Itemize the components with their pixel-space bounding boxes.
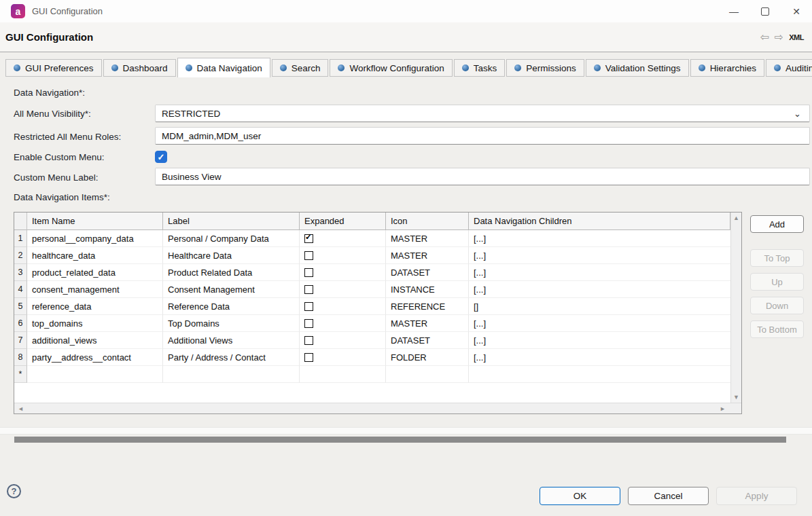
custom-menu-label-input[interactable]: Business View: [155, 168, 810, 185]
table-new-row[interactable]: *: [14, 366, 730, 383]
col-header-expanded[interactable]: Expanded: [300, 213, 386, 230]
close-button[interactable]: ✕: [781, 0, 812, 22]
expanded-checkbox[interactable]: [304, 353, 313, 362]
tab-permissions[interactable]: Permissions: [506, 59, 584, 77]
outer-hscrollbar-thumb[interactable]: [14, 437, 786, 443]
forward-icon[interactable]: ⇨: [775, 32, 783, 43]
scroll-right-icon[interactable]: ►: [720, 405, 726, 412]
help-icon[interactable]: ?: [7, 484, 21, 498]
restricted-roles-input[interactable]: MDM_admin,MDM_user: [155, 127, 810, 145]
cell-expanded[interactable]: [300, 349, 386, 366]
scroll-left-icon[interactable]: ◄: [18, 405, 24, 412]
expanded-checkbox[interactable]: [304, 285, 313, 294]
horizontal-scrollbar[interactable]: ◄ ►: [14, 403, 741, 413]
cell-icon[interactable]: MASTER: [386, 315, 469, 332]
cell-label[interactable]: Product Related Data: [163, 264, 300, 281]
cell-children[interactable]: [...]: [469, 332, 730, 349]
vertical-scrollbar[interactable]: ▲ ▼: [730, 213, 741, 403]
row-number[interactable]: 1: [14, 230, 27, 247]
minimize-button[interactable]: —: [718, 0, 749, 22]
cell-label[interactable]: Consent Management: [163, 281, 300, 298]
cell-label[interactable]: Personal / Company Data: [163, 230, 300, 247]
cell-expanded[interactable]: [300, 247, 386, 264]
cell-children[interactable]: [...]: [469, 264, 730, 281]
cell-children[interactable]: []: [469, 298, 730, 315]
maximize-button[interactable]: [749, 0, 781, 22]
cell-expanded[interactable]: [300, 230, 386, 247]
tab-workflow-configuration[interactable]: Workflow Configuration: [330, 59, 452, 77]
cell-label[interactable]: Reference Data: [163, 298, 300, 315]
scroll-down-icon[interactable]: ▼: [733, 394, 739, 401]
row-number[interactable]: 3: [14, 264, 27, 281]
cell-icon[interactable]: INSTANCE: [386, 281, 469, 298]
ok-button[interactable]: OK: [540, 487, 620, 505]
table-row[interactable]: 4 consent_management Consent Management …: [14, 281, 730, 298]
cell-icon[interactable]: MASTER: [386, 230, 469, 247]
expanded-checkbox[interactable]: [304, 234, 313, 243]
col-header-icon[interactable]: Icon: [386, 213, 469, 230]
cell-icon[interactable]: FOLDER: [386, 349, 469, 366]
tab-dashboard[interactable]: Dashboard: [103, 59, 176, 77]
enable-custom-menu-checkbox[interactable]: [155, 151, 167, 163]
cell-icon[interactable]: DATASET: [386, 332, 469, 349]
row-number[interactable]: 5: [14, 298, 27, 315]
col-header-children[interactable]: Data Navigation Children: [469, 213, 730, 230]
tab-hierarchies[interactable]: Hierarchies: [690, 59, 764, 77]
expanded-checkbox[interactable]: [304, 319, 313, 328]
cell-expanded[interactable]: [300, 264, 386, 281]
cell-expanded[interactable]: [300, 298, 386, 315]
tab-tasks[interactable]: Tasks: [454, 59, 506, 77]
cell-icon[interactable]: DATASET: [386, 264, 469, 281]
cell-item-name[interactable]: [27, 366, 163, 383]
cell-children[interactable]: [...]: [469, 315, 730, 332]
cell-icon[interactable]: REFERENCE: [386, 298, 469, 315]
cell-item-name[interactable]: top_domains: [27, 315, 163, 332]
all-menu-visibility-select[interactable]: RESTRICTED ⌄: [155, 105, 810, 122]
row-number[interactable]: 2: [14, 247, 27, 264]
cell-expanded[interactable]: [300, 315, 386, 332]
cell-icon[interactable]: [386, 366, 469, 383]
new-row-marker[interactable]: *: [14, 366, 27, 383]
tab-validation-settings[interactable]: Validation Settings: [586, 59, 689, 77]
tab-gui-preferences[interactable]: GUI Preferences: [5, 59, 102, 77]
table-row[interactable]: 7 additional_views Additional Views DATA…: [14, 332, 730, 349]
cell-item-name[interactable]: healthcare_data: [27, 247, 163, 264]
cell-children[interactable]: [...]: [469, 349, 730, 366]
table-row[interactable]: 8 party__address__contact Party / Addres…: [14, 349, 730, 366]
col-header-label[interactable]: Label: [163, 213, 300, 230]
cell-expanded[interactable]: [300, 366, 386, 383]
table-row[interactable]: 3 product_related_data Product Related D…: [14, 264, 730, 281]
row-number[interactable]: 8: [14, 349, 27, 366]
to-bottom-button[interactable]: To Bottom: [750, 320, 804, 338]
cell-label[interactable]: Additional Views: [163, 332, 300, 349]
back-icon[interactable]: ⇦: [760, 32, 769, 43]
add-button[interactable]: Add: [750, 215, 804, 233]
cell-expanded[interactable]: [300, 281, 386, 298]
tab-data-navigation[interactable]: Data Navigation: [177, 58, 270, 77]
cell-item-name[interactable]: personal__company_data: [27, 230, 163, 247]
cell-children[interactable]: [...]: [469, 247, 730, 264]
cancel-button[interactable]: Cancel: [628, 487, 709, 505]
scroll-up-icon[interactable]: ▲: [733, 215, 739, 221]
tab-auditing[interactable]: Auditing: [766, 59, 812, 77]
expanded-checkbox[interactable]: [304, 336, 313, 345]
table-row[interactable]: 2 healthcare_data Healthcare Data MASTER…: [14, 247, 730, 264]
row-number[interactable]: 7: [14, 332, 27, 349]
cell-children[interactable]: [...]: [469, 230, 730, 247]
up-button[interactable]: Up: [750, 273, 804, 291]
table-row[interactable]: 6 top_domains Top Domains MASTER [...]: [14, 315, 730, 332]
table-row[interactable]: 5 reference_data Reference Data REFERENC…: [14, 298, 730, 315]
cell-item-name[interactable]: party__address__contact: [27, 349, 163, 366]
expanded-checkbox[interactable]: [304, 251, 313, 260]
expanded-checkbox[interactable]: [304, 268, 313, 277]
to-top-button[interactable]: To Top: [750, 249, 804, 267]
cell-label[interactable]: Healthcare Data: [163, 247, 300, 264]
cell-label[interactable]: Top Domains: [163, 315, 300, 332]
cell-icon[interactable]: MASTER: [386, 247, 469, 264]
apply-button[interactable]: Apply: [716, 487, 797, 505]
cell-item-name[interactable]: product_related_data: [27, 264, 163, 281]
cell-children[interactable]: [...]: [469, 281, 730, 298]
expanded-checkbox[interactable]: [304, 302, 313, 311]
cell-item-name[interactable]: consent_management: [27, 281, 163, 298]
table-row[interactable]: 1 personal__company_data Personal / Comp…: [14, 230, 730, 247]
